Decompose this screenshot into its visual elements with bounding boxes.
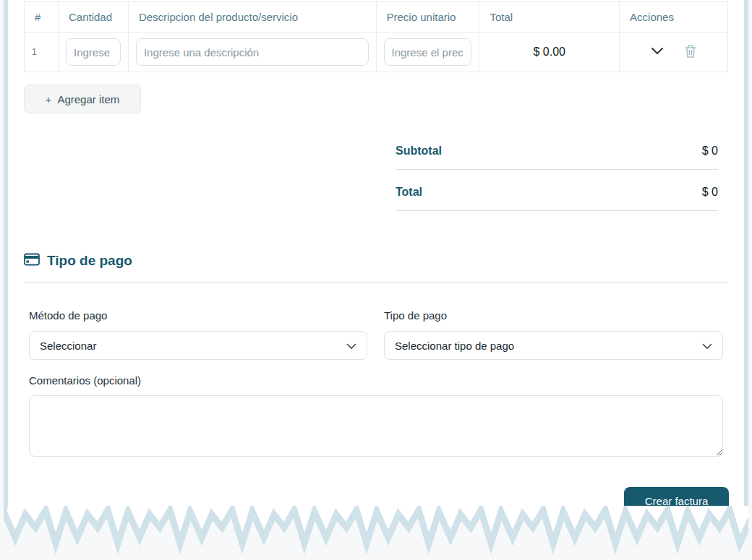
zigzag-bottom-edge bbox=[4, 506, 748, 556]
header-cantidad: Cantidad bbox=[58, 2, 128, 33]
subtotal-value: $ 0 bbox=[702, 145, 718, 158]
payment-type-label: Tipo de pago bbox=[384, 309, 447, 322]
table-header-row: # Cantidad Descripcion del producto/serv… bbox=[25, 2, 728, 33]
chevron-down-icon bbox=[651, 47, 664, 58]
payment-type-selected-value: Seleccionar tipo de pago bbox=[395, 340, 514, 352]
precio-input[interactable] bbox=[384, 38, 472, 66]
plus-icon: + bbox=[46, 93, 52, 105]
subtotal-label: Subtotal bbox=[396, 145, 442, 158]
section-divider bbox=[24, 283, 728, 283]
add-item-button[interactable]: + Agregar item bbox=[24, 85, 141, 113]
add-item-label: Agregar item bbox=[57, 93, 119, 105]
payment-section-title: Tipo de pago bbox=[47, 253, 132, 269]
payment-type-select[interactable]: Seleccionar tipo de pago bbox=[384, 331, 723, 360]
payment-section-header: Tipo de pago bbox=[24, 253, 132, 269]
total-label: Total bbox=[396, 186, 422, 199]
descripcion-input[interactable] bbox=[136, 38, 369, 66]
expand-row-button[interactable] bbox=[651, 47, 664, 58]
payment-method-selected-value: Seleccionar bbox=[40, 340, 96, 352]
totals-summary: Subtotal $ 0 Total $ 0 bbox=[396, 136, 718, 218]
header-precio: Precio unitario bbox=[376, 2, 479, 33]
row-number: 1 bbox=[25, 33, 59, 72]
row-total-value: $ 0.00 bbox=[479, 33, 620, 72]
cantidad-input[interactable] bbox=[66, 38, 121, 66]
header-descripcion: Descripcion del producto/servicio bbox=[128, 2, 376, 33]
payment-method-label: Método de pago bbox=[29, 309, 107, 322]
subtotal-row: Subtotal $ 0 bbox=[396, 136, 718, 170]
table-row: 1 $ 0.00 bbox=[25, 33, 728, 72]
header-num: # bbox=[25, 2, 59, 33]
total-value: $ 0 bbox=[702, 186, 718, 199]
chevron-down-icon bbox=[346, 340, 356, 352]
header-total: Total bbox=[479, 2, 620, 33]
payment-method-select[interactable]: Seleccionar bbox=[29, 331, 367, 360]
trash-icon bbox=[684, 44, 697, 61]
comments-label: Comentarios (opcional) bbox=[29, 374, 141, 387]
invoice-items-table: # Cantidad Descripcion del producto/serv… bbox=[24, 1, 728, 72]
header-acciones: Acciones bbox=[620, 2, 728, 33]
chevron-down-icon bbox=[702, 340, 712, 352]
comments-textarea[interactable] bbox=[29, 395, 723, 457]
credit-card-icon bbox=[24, 253, 40, 269]
delete-row-button[interactable] bbox=[684, 44, 697, 61]
total-row: Total $ 0 bbox=[396, 177, 718, 211]
